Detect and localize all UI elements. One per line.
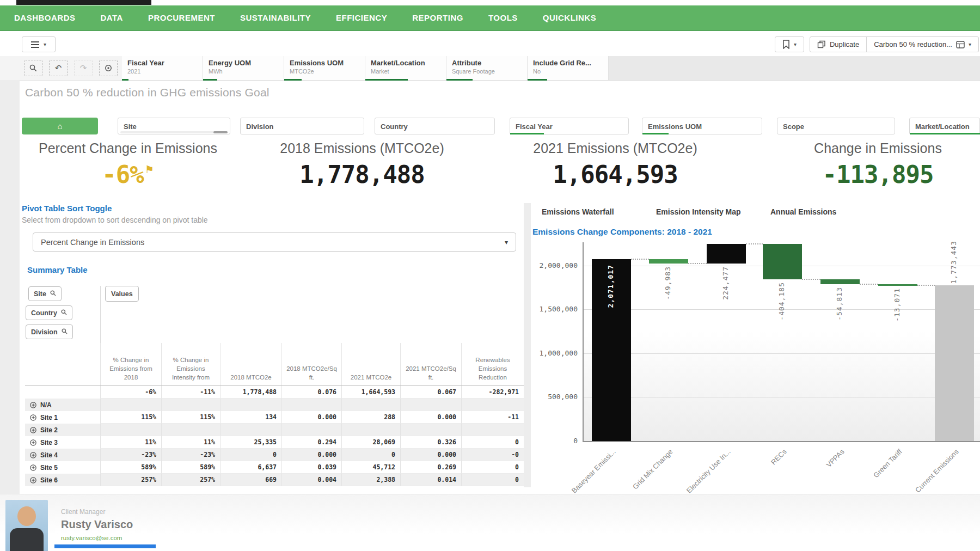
filter-market-location[interactable]: Market/Location (909, 118, 980, 134)
waterfall-bar-current-emissions[interactable] (935, 285, 974, 441)
table-cell: 0 (341, 449, 400, 461)
pivot-dim-site[interactable]: Site (28, 286, 62, 301)
waterfall-bar-grid-mix-change[interactable] (649, 259, 688, 264)
waterfall-bar-vppas[interactable] (820, 279, 860, 284)
nav-item-dashboards[interactable]: DASHBOARDS (14, 13, 76, 22)
pivot-dim-division[interactable]: Division (26, 325, 73, 339)
nav-item-efficiency[interactable]: EFFICIENCY (336, 13, 387, 22)
sheet-selector[interactable]: Carbon 50 % reduction... ▾ (867, 37, 978, 52)
row-label-site-6[interactable]: Site 6 (25, 474, 100, 486)
row-label-site-1[interactable]: Site 1 (25, 411, 100, 424)
duplicate-button[interactable]: Duplicate (810, 37, 866, 52)
filter-scrollbar[interactable] (120, 131, 228, 133)
kpi-2021-emissions-mtco2e: 2021 Emissions (MTCO2e)1,664,593 (493, 140, 738, 188)
nav-item-quicklinks[interactable]: QUICKLINKS (543, 13, 596, 22)
filter-division[interactable]: Division (240, 118, 364, 134)
row-label-n-a[interactable]: N/A (25, 399, 100, 411)
table-cell: 0 (461, 474, 524, 486)
selection-chip-value: No (533, 68, 603, 75)
selection-chip-value: MWh (209, 68, 278, 75)
filter-scope[interactable]: Scope (777, 118, 895, 134)
nav-item-tools[interactable]: TOOLS (488, 13, 518, 22)
table-cell: 115% (161, 411, 220, 424)
filter-scrollbar-handle[interactable] (213, 131, 228, 133)
nav-item-sustainability[interactable]: SUSTAINABILITY (240, 13, 311, 22)
selection-chip-include-grid-re[interactable]: Include Grid Re...No (528, 56, 609, 80)
waterfall-bar-recs[interactable] (763, 244, 802, 279)
kpi-value: 1,664,593 (553, 161, 677, 188)
pivot-dim-country[interactable]: Country (26, 305, 72, 320)
kpi-title: 2018 Emissions (MTCO2e) (242, 140, 482, 156)
selection-chip-value: Square Footage (452, 68, 522, 75)
selections-tool-icon[interactable] (99, 60, 118, 76)
waterfall-connector (860, 284, 878, 285)
row-label-site-2[interactable]: Site 2 (25, 424, 100, 436)
expand-icon[interactable] (30, 452, 36, 458)
smart-search-icon[interactable] (24, 60, 42, 76)
selections-forward-icon[interactable]: ↷ (74, 60, 93, 76)
home-button[interactable]: ⌂ (22, 118, 98, 134)
chevron-down-icon: ▾ (794, 42, 797, 47)
bookmark-icon (782, 40, 790, 49)
expand-icon[interactable] (30, 439, 36, 446)
filter-fiscal-year[interactable]: Fiscal Year (510, 118, 629, 134)
column-header-2021-mtco2e-sq-ft: 2021 MTCO2e/Sq ft. (400, 343, 461, 385)
search-icon (61, 309, 67, 317)
pivot-sort-subtitle: Select from dropdown to sort descending … (22, 216, 208, 224)
waterfall-bar-electricity-use-in[interactable] (707, 244, 746, 264)
bookmark-button[interactable]: ▾ (775, 37, 804, 52)
selection-chip-attribute[interactable]: AttributeSquare Footage (446, 56, 528, 80)
filter-label: Fiscal Year (516, 123, 553, 131)
row-label-site-3[interactable]: Site 3 (25, 436, 100, 449)
table-cell: 0 (220, 449, 281, 461)
nav-item-reporting[interactable]: REPORTING (412, 13, 463, 22)
column-header-2021-mtco2e: 2021 MTCO2e (341, 343, 400, 385)
nav-item-data[interactable]: DATA (101, 13, 123, 22)
table-cell: 0.326 (400, 436, 461, 449)
selection-indicator (203, 79, 217, 81)
table-cell: 0.076 (281, 386, 341, 399)
filter-site[interactable]: Site (118, 118, 230, 134)
table-cell: 0.269 (400, 461, 461, 474)
expand-icon[interactable] (30, 477, 36, 483)
selections-bar-empty (609, 56, 980, 80)
expand-icon[interactable] (30, 414, 36, 421)
selections-back-icon[interactable]: ↶ (49, 60, 68, 76)
waterfall-bar-green-tariff[interactable] (878, 284, 917, 286)
table-row: N/A (25, 399, 524, 411)
filter-country[interactable]: Country (375, 118, 495, 134)
page-title: Carbon 50 % reduction in GHG emissions G… (25, 86, 270, 99)
nav-item-procurement[interactable]: PROCUREMENT (148, 13, 215, 22)
table-cell: 2,388 (341, 474, 400, 486)
nav-menu-button[interactable]: ▾ (22, 36, 56, 52)
expand-icon[interactable] (30, 402, 36, 408)
selection-chip-market-location[interactable]: Market/LocationMarket (365, 56, 446, 80)
duplicate-label: Duplicate (830, 40, 859, 48)
gridline (583, 441, 980, 442)
table-row: -6%-11%1,778,4880.0761,664,5930.067-282,… (25, 386, 524, 399)
filter-label: Site (124, 123, 137, 131)
table-cell: 0.000 (400, 411, 461, 424)
selection-chip-emissions-uom[interactable]: Emissions UOMMTCO2e (284, 56, 365, 80)
table-cell: 134 (220, 411, 281, 424)
bar-value-label: -49,983 (664, 266, 672, 300)
filter-emissions-uom[interactable]: Emissions UOM (642, 118, 762, 134)
expand-icon[interactable] (30, 464, 36, 471)
selection-chip-energy-uom[interactable]: Energy UOMMWh (203, 56, 284, 80)
row-label-text: Site 1 (40, 414, 58, 421)
row-label-site-4[interactable]: Site 4 (25, 449, 100, 461)
table-cell: -11 (461, 411, 524, 424)
row-label-site-5[interactable]: Site 5 (25, 461, 100, 474)
sort-dropdown[interactable]: Percent Change in Emissions ▾ (33, 232, 516, 252)
selection-chip-fiscal-year[interactable]: Fiscal Year2021 (122, 56, 203, 80)
flag-icon: ⚑ (145, 164, 154, 175)
bar-value-label: -13,071 (893, 288, 901, 322)
table-cell: 28,069 (341, 436, 400, 449)
table-cell: -23% (161, 449, 220, 461)
client-manager-name: Rusty Varisco (61, 518, 133, 531)
bar-value-label: 1,773,443 (950, 241, 958, 284)
expand-icon[interactable] (30, 427, 36, 433)
client-manager-email[interactable]: rusty.varisco@se.com (61, 535, 122, 541)
table-cell: 0 (461, 436, 524, 449)
sheet-group: Duplicate Carbon 50 % reduction... ▾ (810, 36, 979, 52)
